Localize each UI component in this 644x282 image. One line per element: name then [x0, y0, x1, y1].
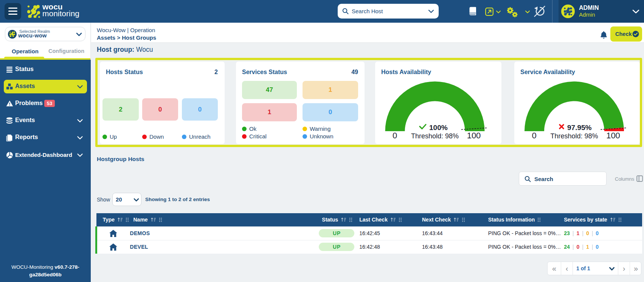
svg-text:0: 0: [393, 131, 397, 140]
svg-text:100: 100: [467, 131, 481, 140]
svg-text:100: 100: [606, 131, 620, 140]
svg-text:0: 0: [532, 131, 536, 140]
svg-text:Threshold: 98%: Threshold: 98%: [550, 132, 598, 140]
svg-text:100%: 100%: [429, 124, 448, 132]
svg-text:Threshold: 98%: Threshold: 98%: [411, 132, 459, 140]
svg-text:97.95%: 97.95%: [567, 124, 592, 132]
